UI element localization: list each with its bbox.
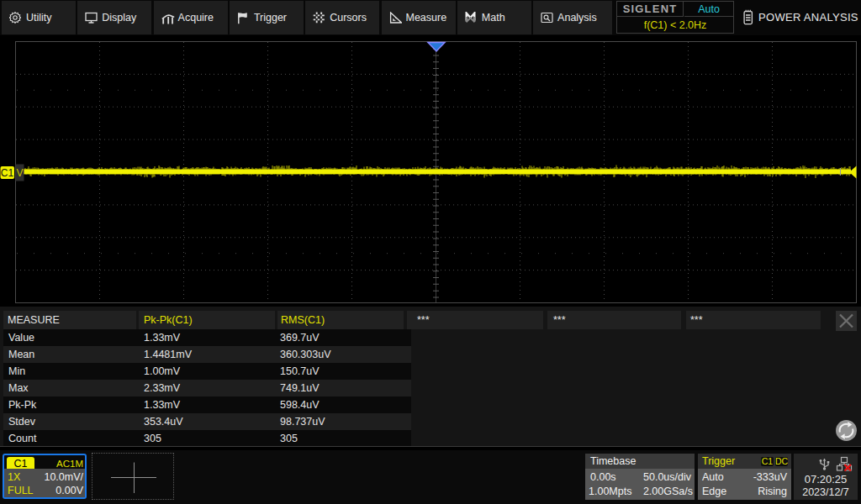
- svg-text:C1: C1: [1, 167, 14, 179]
- svg-text:V: V: [16, 167, 23, 179]
